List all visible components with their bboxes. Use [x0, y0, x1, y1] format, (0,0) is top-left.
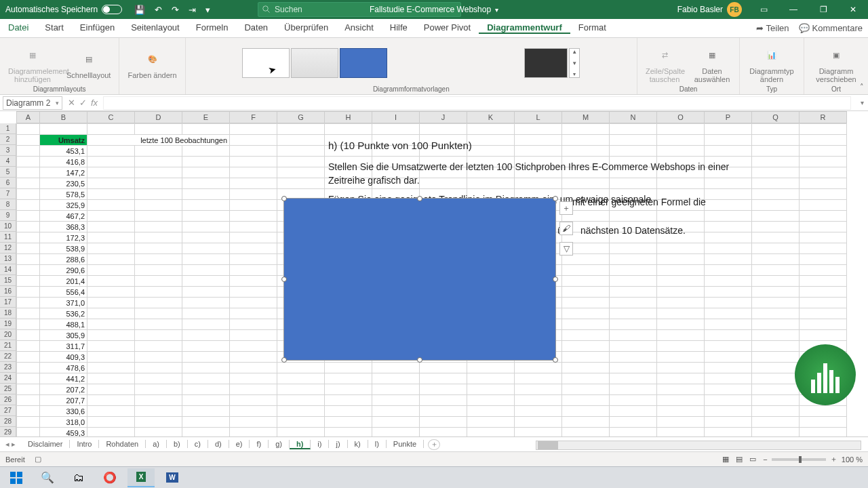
- view-page-layout-icon[interactable]: ▤: [736, 455, 743, 464]
- cell[interactable]: [230, 330, 277, 341]
- cell[interactable]: [467, 124, 515, 135]
- redo-icon[interactable]: ↷: [172, 5, 179, 15]
- cell[interactable]: [182, 276, 230, 287]
- resize-handle[interactable]: [553, 357, 558, 363]
- cell[interactable]: [182, 417, 230, 428]
- sheet-tab[interactable]: g): [269, 440, 290, 448]
- cell[interactable]: [87, 417, 135, 428]
- cell[interactable]: [467, 384, 515, 395]
- row-header[interactable]: 16: [0, 286, 16, 297]
- cell[interactable]: [610, 254, 657, 265]
- cell[interactable]: [182, 211, 230, 222]
- row-header[interactable]: 6: [0, 178, 16, 188]
- cell[interactable]: [562, 124, 610, 135]
- cell[interactable]: [705, 373, 752, 384]
- cell[interactable]: [87, 341, 135, 352]
- user-account[interactable]: Fabio Basler FB: [671, 2, 749, 17]
- row-header[interactable]: 4: [0, 156, 16, 167]
- row-header[interactable]: 24: [0, 373, 16, 384]
- cell[interactable]: [87, 428, 135, 437]
- cell[interactable]: [135, 384, 182, 395]
- cell[interactable]: [230, 384, 277, 395]
- cell[interactable]: [705, 428, 752, 437]
- cell[interactable]: [17, 363, 40, 373]
- cell[interactable]: [277, 406, 325, 417]
- cell[interactable]: [515, 373, 562, 384]
- cell[interactable]: [230, 222, 277, 232]
- resize-handle[interactable]: [281, 277, 287, 282]
- cell[interactable]: [135, 352, 182, 363]
- chart-filters-button[interactable]: ▽: [559, 242, 573, 256]
- cell[interactable]: [230, 373, 277, 384]
- cell[interactable]: [752, 124, 800, 135]
- col-header[interactable]: F: [230, 112, 277, 123]
- cell[interactable]: [182, 319, 230, 330]
- cell[interactable]: [657, 265, 705, 276]
- resize-handle[interactable]: [281, 196, 287, 201]
- cell[interactable]: [182, 157, 230, 167]
- cell[interactable]: [230, 265, 277, 276]
- cell[interactable]: [752, 157, 800, 167]
- cell[interactable]: 172,3: [40, 232, 87, 243]
- cell[interactable]: [230, 254, 277, 265]
- col-header[interactable]: I: [372, 112, 420, 123]
- sheet-tab[interactable]: Disclaimer: [21, 440, 70, 448]
- cell[interactable]: [420, 373, 467, 384]
- col-header[interactable]: L: [515, 112, 562, 123]
- cell[interactable]: 371,0: [40, 298, 87, 308]
- cell[interactable]: [17, 308, 40, 319]
- cell[interactable]: [325, 373, 372, 384]
- cell[interactable]: [800, 157, 847, 167]
- cell[interactable]: [800, 135, 847, 146]
- cell[interactable]: [17, 417, 40, 428]
- cell[interactable]: [752, 341, 800, 352]
- start-button[interactable]: [3, 468, 30, 487]
- cell[interactable]: [87, 167, 135, 178]
- cell[interactable]: [17, 243, 40, 254]
- row-header[interactable]: 13: [0, 253, 16, 264]
- cell[interactable]: [515, 417, 562, 428]
- cell[interactable]: [800, 298, 847, 308]
- cell[interactable]: [135, 395, 182, 406]
- ribbon-tab-daten[interactable]: Daten: [236, 22, 276, 33]
- cell[interactable]: [562, 417, 610, 428]
- chart-elements-button[interactable]: ＋: [559, 201, 573, 215]
- cell[interactable]: [277, 417, 325, 428]
- cell[interactable]: [230, 363, 277, 373]
- cell[interactable]: [87, 124, 135, 135]
- cell[interactable]: 325,9: [40, 200, 87, 211]
- cell[interactable]: 441,2: [40, 373, 87, 384]
- view-normal-icon[interactable]: ▦: [722, 455, 729, 464]
- ribbon-tab-formeln[interactable]: Formeln: [188, 22, 237, 33]
- cell[interactable]: [752, 363, 800, 373]
- cell[interactable]: [182, 189, 230, 200]
- cell[interactable]: [17, 319, 40, 330]
- sheet-tab[interactable]: l): [368, 440, 387, 448]
- row-header[interactable]: 11: [0, 232, 16, 243]
- cell[interactable]: [135, 222, 182, 232]
- sheet-tab[interactable]: b): [167, 440, 188, 448]
- cell[interactable]: [325, 124, 372, 135]
- cell[interactable]: 207,7: [40, 395, 87, 406]
- ribbon-tab-seitenlayout[interactable]: Seitenlayout: [123, 22, 188, 33]
- cell[interactable]: [135, 330, 182, 341]
- cell[interactable]: [182, 298, 230, 308]
- row-header[interactable]: 14: [0, 264, 16, 275]
- cell[interactable]: [752, 211, 800, 222]
- cell[interactable]: [17, 200, 40, 211]
- cell[interactable]: [657, 124, 705, 135]
- cell[interactable]: [800, 189, 847, 200]
- cell[interactable]: [17, 395, 40, 406]
- col-header[interactable]: P: [705, 112, 752, 123]
- cell[interactable]: [277, 146, 325, 157]
- cell[interactable]: [657, 287, 705, 298]
- cell[interactable]: [17, 276, 40, 287]
- cell[interactable]: [230, 308, 277, 319]
- cell[interactable]: [752, 254, 800, 265]
- cell[interactable]: [87, 200, 135, 211]
- cell[interactable]: [230, 243, 277, 254]
- cell[interactable]: [705, 330, 752, 341]
- cell[interactable]: [87, 211, 135, 222]
- cell[interactable]: [87, 363, 135, 373]
- cell[interactable]: [230, 146, 277, 157]
